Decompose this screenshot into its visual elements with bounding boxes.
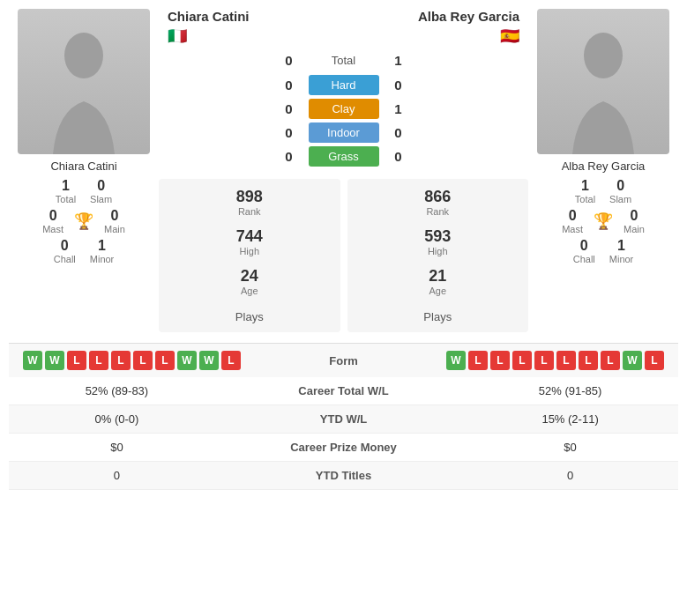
grass-button[interactable]: Grass (309, 146, 379, 167)
left-mast-cell: 0 Mast (42, 208, 63, 234)
svg-point-1 (584, 33, 623, 78)
indoor-button[interactable]: Indoor (309, 122, 379, 143)
center-column: Chiara Catini 🇮🇹 Alba Rey Garcia 🇪🇸 0 To… (159, 9, 528, 332)
grass-right-score: 0 (390, 149, 407, 164)
left-high-box: 744 High (236, 227, 263, 256)
left-minor-label: Minor (90, 254, 115, 264)
left-high-label: High (236, 246, 263, 256)
total-left-score: 0 (280, 53, 298, 68)
hard-right-score: 0 (390, 78, 407, 93)
left-chall-label: Chall (54, 254, 76, 264)
left-slam-value: 0 (90, 178, 112, 194)
right-form-badges: WLLLLLLLWL (397, 351, 665, 370)
form-badge-w: W (23, 351, 42, 370)
form-badge-l: L (490, 351, 510, 370)
right-trophy-row: 0 Mast 🏆 0 Main (562, 208, 645, 234)
form-badge-l: L (89, 351, 108, 370)
right-mast-value: 0 (562, 208, 583, 224)
clay-button[interactable]: Clay (309, 99, 379, 119)
ytd-wl-label: YTD W/L (225, 405, 462, 434)
indoor-row: 0 Indoor 0 (280, 122, 407, 143)
right-chall-value: 0 (573, 238, 595, 254)
hard-row: 0 Hard 0 (280, 75, 407, 95)
hard-left-score: 0 (280, 78, 298, 93)
form-badge-l: L (221, 351, 241, 370)
player-left-card: Chiara Catini 1 Total 0 Slam 0 Mast 🏆 (9, 9, 159, 332)
right-rank-label: Rank (424, 206, 451, 217)
indoor-left-score: 0 (280, 125, 298, 140)
left-main-label: Main (104, 224, 125, 234)
prize-label: Career Prize Money (225, 434, 462, 462)
left-chall-minor-row: 0 Chall 1 Minor (54, 238, 115, 264)
career-wl-row: 52% (89-83) Career Total W/L 52% (91-85) (9, 377, 678, 405)
right-rank-number: 866 (424, 188, 451, 206)
form-badge-l: L (645, 351, 664, 370)
total-right-score: 1 (390, 53, 407, 68)
right-rank-panel: 866 Rank 593 High 21 Age Plays (347, 179, 529, 332)
prize-left: $0 (9, 434, 225, 462)
form-badge-w: W (45, 351, 64, 370)
form-badge-w: W (199, 351, 219, 370)
left-minor-value: 1 (90, 238, 115, 254)
indoor-right-score: 0 (390, 125, 407, 140)
career-wl-label: Career Total W/L (225, 377, 462, 405)
ytd-wl-left: 0% (0-0) (9, 405, 225, 434)
svg-point-0 (64, 33, 103, 78)
left-flag: 🇮🇹 (168, 26, 187, 46)
right-rank-box: 866 Rank (424, 188, 451, 217)
right-high-label: High (424, 246, 451, 256)
left-rank-label: Rank (236, 206, 263, 217)
right-main-value: 0 (624, 208, 645, 224)
form-badge-l: L (556, 351, 576, 370)
right-minor-label: Minor (609, 254, 634, 264)
form-badge-l: L (601, 351, 620, 370)
hard-button[interactable]: Hard (309, 75, 379, 95)
left-plays-label: Plays (235, 310, 264, 323)
right-player-name: Alba Rey Garcia (562, 160, 646, 173)
main-container: Chiara Catini 1 Total 0 Slam 0 Mast 🏆 (0, 0, 687, 499)
prize-right: $0 (462, 434, 678, 462)
right-total-cell: 1 Total (575, 178, 595, 204)
stats-table: 52% (89-83) Career Total W/L 52% (91-85)… (9, 377, 678, 490)
left-age-number: 24 (241, 267, 258, 286)
right-age-box: 21 Age (429, 267, 446, 296)
left-rank-number: 898 (236, 188, 263, 206)
right-main-cell: 0 Main (624, 208, 645, 234)
left-main-cell: 0 Main (104, 208, 125, 234)
form-badge-l: L (534, 351, 554, 370)
center-panels-row: 898 Rank 744 High 24 Age Plays (159, 179, 528, 332)
right-age-label: Age (429, 286, 446, 296)
right-player-silhouette (564, 31, 643, 154)
ytd-wl-right: 15% (2-11) (462, 405, 678, 434)
right-header: Alba Rey Garcia 🇪🇸 (344, 9, 529, 46)
form-badge-l: L (512, 351, 532, 370)
career-wl-right: 52% (91-85) (462, 377, 678, 405)
left-rank-box: 898 Rank (236, 188, 263, 217)
left-mast-label: Mast (42, 224, 63, 234)
left-mast-value: 0 (42, 208, 63, 224)
left-total-value: 1 (56, 178, 76, 194)
right-total-slam-row: 1 Total 0 Slam (575, 178, 631, 204)
form-badge-l: L (468, 351, 488, 370)
clay-left-score: 0 (280, 101, 298, 116)
right-flag: 🇪🇸 (500, 26, 519, 46)
left-player-name: Chiara Catini (50, 160, 116, 173)
right-slam-value: 0 (609, 178, 631, 194)
ytd-titles-label: YTD Titles (225, 462, 462, 490)
left-chall-value: 0 (54, 238, 76, 254)
right-age-number: 21 (429, 267, 446, 286)
form-section: WWLLLLLWWL Form WLLLLLLLWL (9, 343, 678, 377)
ytd-titles-row: 0 YTD Titles 0 (9, 462, 678, 490)
left-total-cell: 1 Total (56, 178, 76, 204)
left-slam-cell: 0 Slam (90, 178, 112, 204)
ytd-titles-left: 0 (9, 462, 225, 490)
right-slam-label: Slam (609, 194, 631, 204)
right-main-label: Main (624, 224, 645, 234)
clay-right-score: 1 (390, 101, 407, 116)
right-mast-label: Mast (562, 224, 583, 234)
left-age-label: Age (241, 286, 258, 296)
right-chall-label: Chall (573, 254, 595, 264)
right-slam-cell: 0 Slam (609, 178, 631, 204)
form-badge-l: L (155, 351, 175, 370)
prize-row: $0 Career Prize Money $0 (9, 434, 678, 462)
